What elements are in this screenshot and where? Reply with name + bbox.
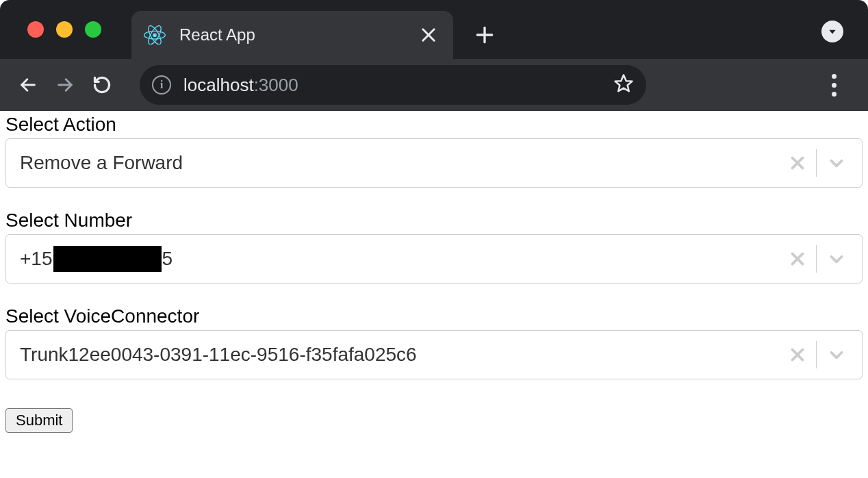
action-dropdown-icon[interactable]	[818, 154, 855, 172]
indicator-separator	[816, 245, 817, 273]
svg-marker-11	[615, 75, 633, 92]
number-value-suffix: 5	[162, 248, 173, 270]
number-select[interactable]: +155	[5, 234, 863, 284]
select-indicators	[780, 139, 855, 187]
bookmark-star-icon[interactable]	[613, 73, 634, 97]
chrome-dropdown-button[interactable]	[821, 21, 843, 42]
tab-close-button[interactable]	[419, 25, 438, 45]
field-action: Select Action Remove a Forward	[5, 114, 863, 188]
browser-menu-button[interactable]	[820, 74, 847, 97]
nav-reload-button[interactable]	[88, 71, 116, 99]
number-label: Select Number	[5, 210, 863, 231]
url-host: localhost	[183, 75, 254, 95]
number-clear-button[interactable]	[780, 250, 815, 268]
indicator-separator	[816, 341, 817, 368]
tab-title: React App	[179, 25, 419, 45]
action-select-value: Remove a Forward	[20, 152, 780, 174]
new-tab-button[interactable]	[474, 24, 496, 46]
submit-button[interactable]: Submit	[5, 408, 73, 433]
window-minimize-button[interactable]	[56, 21, 73, 38]
action-clear-button[interactable]	[780, 154, 815, 172]
page-content: Select Action Remove a Forward Select Nu…	[0, 111, 868, 433]
address-bar[interactable]: i localhost:3000	[140, 65, 646, 105]
number-dropdown-icon[interactable]	[818, 250, 855, 268]
nav-back-button[interactable]	[14, 71, 42, 99]
voice-connector-clear-button[interactable]	[780, 346, 815, 364]
voice-connector-dropdown-icon[interactable]	[818, 346, 855, 364]
number-select-value: +155	[20, 246, 780, 272]
nav-forward-button[interactable]	[51, 71, 79, 99]
browser-toolbar: i localhost:3000	[0, 59, 868, 111]
svg-marker-8	[829, 30, 835, 34]
url-text: localhost:3000	[183, 75, 298, 96]
action-select[interactable]: Remove a Forward	[5, 138, 863, 188]
select-indicators	[780, 235, 855, 283]
browser-tab-active[interactable]: React App	[131, 11, 453, 59]
voice-connector-select-value: Trunk12ee0043-0391-11ec-9516-f35fafa025c…	[20, 344, 780, 366]
voice-connector-label: Select VoiceConnector	[5, 305, 863, 327]
indicator-separator	[816, 149, 817, 177]
site-info-icon[interactable]: i	[152, 75, 171, 95]
window-fullscreen-button[interactable]	[85, 21, 101, 38]
browser-chrome: React App	[0, 0, 868, 111]
url-port: :3000	[254, 75, 298, 95]
window-close-button[interactable]	[27, 21, 44, 38]
redacted-segment	[53, 246, 162, 272]
number-value-prefix: +15	[20, 248, 53, 270]
field-number: Select Number +155	[5, 210, 863, 284]
window-traffic-lights	[27, 21, 101, 38]
action-label: Select Action	[5, 114, 863, 136]
svg-point-0	[153, 33, 157, 37]
field-voice-connector: Select VoiceConnector Trunk12ee0043-0391…	[5, 305, 863, 379]
tab-bar: React App	[0, 0, 868, 59]
select-indicators	[780, 331, 855, 379]
voice-connector-select[interactable]: Trunk12ee0043-0391-11ec-9516-f35fafa025c…	[5, 330, 863, 379]
react-favicon-icon	[144, 24, 166, 46]
